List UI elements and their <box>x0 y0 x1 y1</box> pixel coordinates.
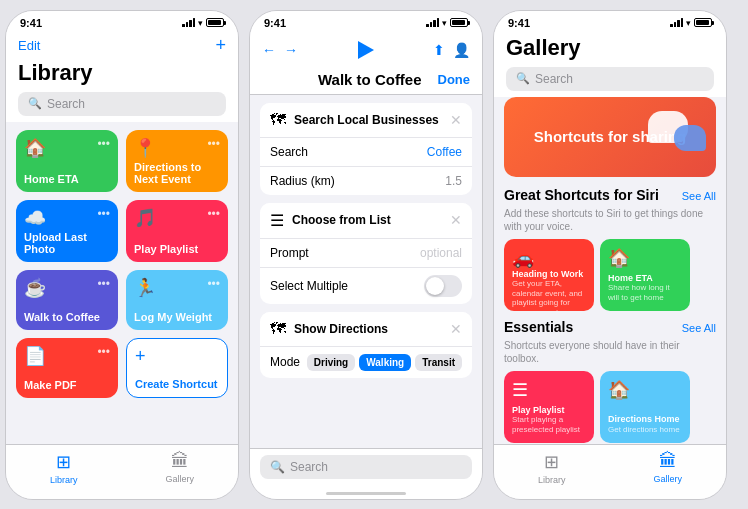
section-essentials-header: Essentials See All <box>504 319 716 335</box>
tile-directions[interactable]: 📍 ••• Directions to Next Event <box>126 130 228 192</box>
more-icon[interactable]: ••• <box>97 137 110 151</box>
home-icon: 🏠 <box>608 247 682 269</box>
tile-label: Home ETA <box>608 273 682 284</box>
action-card-choose: ☰ Choose from List ✕ Prompt optional Sel… <box>260 203 472 304</box>
pdf-icon: 📄 <box>24 345 46 367</box>
status-bar-left: 9:41 ▾ <box>6 11 238 31</box>
tile-play-playlist[interactable]: 🎵 ••• Play Playlist <box>126 200 228 262</box>
library-tab-icon: ⊞ <box>56 451 71 473</box>
tile-label-create: Create Shortcut <box>135 378 219 390</box>
gallery-title: Gallery <box>506 35 714 61</box>
siri-tiles: 🚗 Heading to Work Get your ETA, calendar… <box>504 239 716 311</box>
wifi-icon: ▾ <box>686 18 691 28</box>
tile-home-eta[interactable]: 🏠 ••• Home ETA <box>16 130 118 192</box>
music-icon: 🎵 <box>134 207 156 229</box>
search-icon-left: 🔍 <box>28 97 42 110</box>
tile-directions-home[interactable]: 🏠 Directions Home Get directions home <box>600 371 690 443</box>
more-icon[interactable]: ••• <box>207 137 220 151</box>
tile-home-eta-right[interactable]: 🏠 Home ETA Share how long it will to get… <box>600 239 690 311</box>
mode-transit[interactable]: Transit <box>415 354 462 371</box>
close-action-icon[interactable]: ✕ <box>450 212 462 228</box>
see-all-essentials[interactable]: See All <box>682 322 716 334</box>
edit-button[interactable]: Edit <box>18 38 40 53</box>
tile-upload-photo[interactable]: ☁️ ••• Upload Last Photo <box>16 200 118 262</box>
tile-desc: Get directions home <box>608 425 682 435</box>
signal-icon <box>670 18 683 27</box>
gallery-tab-icon: 🏛 <box>171 451 189 472</box>
tile-desc: Get your ETA, calendar event, and playli… <box>512 279 586 310</box>
left-screen: 9:41 ▾ Edit + Library 🔍 Search <box>5 10 239 500</box>
cloud-icon: ☁️ <box>24 207 46 229</box>
tile-log-weight[interactable]: 🏃 ••• Log My Weight <box>126 270 228 330</box>
status-icons-right: ▾ <box>670 18 712 28</box>
battery-icon <box>694 18 712 27</box>
section-siri-desc: Add these shortcuts to Siri to get thing… <box>504 207 716 233</box>
more-icon[interactable]: ••• <box>97 207 110 221</box>
search-bar-left[interactable]: 🔍 Search <box>18 92 226 116</box>
right-header: Gallery 🔍 Search <box>494 31 726 97</box>
tile-label: Directions to Next Event <box>134 161 220 185</box>
add-button[interactable]: + <box>215 35 226 56</box>
tab-gallery-right[interactable]: 🏛 Gallery <box>653 451 682 485</box>
more-icon[interactable]: ••• <box>97 345 110 359</box>
play-button[interactable] <box>358 41 374 59</box>
more-icon[interactable]: ••• <box>97 277 110 291</box>
directions-home-icon: 🏠 <box>608 379 682 401</box>
action-value-radius[interactable]: 1.5 <box>445 174 462 188</box>
search-bar-right[interactable]: 🔍 Search <box>506 67 714 91</box>
tile-desc: Share how long it will to get home <box>608 283 682 302</box>
tile-walk-to-coffee[interactable]: ☕ ••• Walk to Coffee <box>16 270 118 330</box>
more-icon[interactable]: ••• <box>207 207 220 221</box>
search-placeholder-middle: Search <box>290 460 328 474</box>
tab-gallery-left[interactable]: 🏛 Gallery <box>165 451 194 485</box>
more-icon[interactable]: ••• <box>207 277 220 291</box>
action-label: Select Multiple <box>270 279 348 293</box>
search-placeholder-left: Search <box>47 97 85 111</box>
back-arrow[interactable]: ← <box>262 42 276 58</box>
middle-screen: 9:41 ▾ ← → ⬆ 👤 <box>249 10 483 500</box>
fitness-icon: 🏃 <box>134 277 156 299</box>
search-icon-middle: 🔍 <box>270 460 285 474</box>
forward-arrow[interactable]: → <box>284 42 298 58</box>
action-value-coffee[interactable]: Coffee <box>427 145 462 159</box>
tile-play-playlist-right[interactable]: ☰ Play Playlist Start playing a preselec… <box>504 371 594 443</box>
action-label: Search <box>270 145 308 159</box>
close-action-icon[interactable]: ✕ <box>450 112 462 128</box>
status-bar-right: 9:41 ▾ <box>494 11 726 31</box>
battery-icon <box>450 18 468 27</box>
share-icon[interactable]: ⬆ <box>433 42 445 58</box>
bottom-tabs-left: ⊞ Library 🏛 Gallery <box>6 444 238 499</box>
action-value-optional[interactable]: optional <box>420 246 462 260</box>
mode-driving[interactable]: Driving <box>307 354 355 371</box>
tab-label: Library <box>50 475 78 485</box>
home-icon: 🏠 <box>24 137 46 159</box>
battery-icon <box>206 18 224 27</box>
settings-icon[interactable]: 👤 <box>453 42 470 58</box>
action-title: Choose from List <box>292 213 450 227</box>
featured-card[interactable]: Shortcuts for sharing <box>504 97 716 177</box>
search-placeholder-right: Search <box>535 72 573 86</box>
tab-library-left[interactable]: ⊞ Library <box>50 451 78 485</box>
close-action-icon[interactable]: ✕ <box>450 321 462 337</box>
status-icons-left: ▾ <box>182 18 224 28</box>
tile-make-pdf[interactable]: 📄 ••• Make PDF <box>16 338 118 398</box>
mode-walking[interactable]: Walking <box>359 354 411 371</box>
actions-list: 🗺 Search Local Businesses ✕ Search Coffe… <box>250 95 482 443</box>
nav-actions: ⬆ 👤 <box>433 42 470 58</box>
search-bar-middle[interactable]: 🔍 Search <box>260 455 472 479</box>
tab-library-right[interactable]: ⊞ Library <box>538 451 566 485</box>
action-card-directions: 🗺 Show Directions ✕ Mode Driving Walking… <box>260 312 472 378</box>
section-siri-title: Great Shortcuts for Siri <box>504 187 659 203</box>
time-right: 9:41 <box>508 17 530 29</box>
tile-heading-to-work[interactable]: 🚗 Heading to Work Get your ETA, calendar… <box>504 239 594 311</box>
right-screen: 9:41 ▾ Gallery 🔍 Search Shortcut <box>493 10 727 500</box>
tile-label: Home ETA <box>24 173 110 185</box>
mode-buttons: Driving Walking Transit <box>307 354 462 371</box>
tile-label: Make PDF <box>24 379 110 391</box>
action-row-multiple: Select Multiple <box>260 268 472 304</box>
toggle-select-multiple[interactable] <box>424 275 462 297</box>
done-button[interactable]: Done <box>438 72 471 87</box>
tile-create-shortcut[interactable]: + Create Shortcut <box>126 338 228 398</box>
see-all-siri[interactable]: See All <box>682 190 716 202</box>
shortcuts-grid: 🏠 ••• Home ETA 📍 ••• Directions to Next … <box>6 122 238 406</box>
